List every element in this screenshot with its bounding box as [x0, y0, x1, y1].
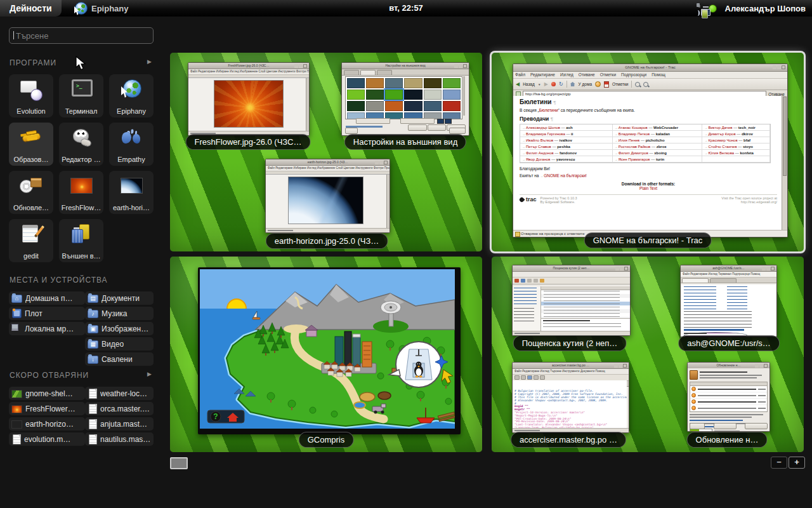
window-epiphany-trac[interactable]: GNOME на български! - Trac ФайлРедактира…: [513, 64, 788, 237]
workspace-3[interactable]: ? GCompris: [170, 257, 482, 452]
window-evolution-mail[interactable]: Пощенска кутия (2 неп…: [512, 265, 631, 336]
place-item[interactable]: Свалени: [85, 352, 154, 366]
window-buttons: [624, 267, 628, 271]
recent-item[interactable]: earth-horizo…: [9, 417, 85, 431]
window-appearance-prefs[interactable]: Настройки на външния вид: [341, 62, 469, 136]
workspace-4[interactable]: Пощенска кутия (2 неп…: [492, 257, 804, 452]
place-label: Видео: [102, 340, 124, 349]
appearance-icon: [69, 222, 94, 246]
color-swatch: [445, 119, 452, 124]
browser-menubar: ФайлРедактиранеИзгледОтиванеОтметкиПодпр…: [513, 72, 787, 79]
app-tile[interactable]: Empathy: [109, 123, 154, 166]
earth-image: [288, 177, 363, 224]
window-update-manager[interactable]: Обновление н…: [687, 362, 770, 432]
highlighted-line: [684, 329, 744, 331]
place-item[interactable]: Изображен…: [85, 322, 154, 335]
toolbar-separator: [566, 81, 567, 88]
app-grid: Evolution Терминал Epiphany Образов… Ред…: [9, 74, 154, 262]
place-label: Документи: [102, 294, 140, 303]
translator-nick: WebCrusader: [648, 126, 678, 130]
app-label: earth-hori…: [109, 204, 154, 211]
translator-cell: Петър Славовpeshka: [520, 144, 613, 150]
place-item[interactable]: Плот: [9, 307, 85, 320]
workspace-2-active[interactable]: GNOME на български! - Trac ФайлРедактира…: [492, 53, 804, 251]
app-tile[interactable]: Evolution: [9, 74, 53, 117]
back-icon: ◀: [516, 81, 520, 87]
app-label: Обновле…: [9, 204, 53, 211]
app-tile[interactable]: Редактор …: [59, 123, 103, 166]
programs-expander-icon[interactable]: ▶: [147, 58, 152, 65]
window-titlebar: GNOME на български! - Trac: [513, 64, 787, 72]
plain-text-link: Plain Text: [520, 186, 777, 190]
add-workspace-button[interactable]: +: [789, 457, 805, 469]
window-gimp-earthhorizon[interactable]: earth-horizon.jpg-25.0 (ЧЗ… Файл Редакти…: [265, 159, 390, 233]
place-item[interactable]: Локална мр…: [9, 322, 85, 335]
updates-icon: [18, 174, 44, 198]
style-dropdown: [356, 118, 390, 124]
evolution-toolbar: [513, 277, 630, 284]
recent-item[interactable]: gnome-shel…: [9, 387, 85, 400]
evolution-statusbar: [513, 331, 630, 335]
app-tile[interactable]: Образов…: [9, 123, 53, 166]
preview-pane: [543, 319, 628, 330]
app-tile[interactable]: Външен в…: [59, 219, 103, 262]
places-right-column: Документи Музика Изображен… Видео Свален…: [85, 291, 154, 368]
recent-item[interactable]: weather-loc…: [85, 387, 154, 400]
app-tile[interactable]: gedit: [9, 219, 53, 262]
window-label: Настройки на външния вид: [344, 134, 466, 150]
place-item[interactable]: Видео: [85, 337, 154, 351]
window-gimp-freshflower[interactable]: FreshFlower.jpg-26.0 (ЧЗС… Файл Редактир…: [188, 62, 310, 136]
thanks-text: Благодарим Ви!: [520, 166, 777, 171]
wallpaper-thumbnail: [424, 101, 442, 111]
translator-nick: tech_noir: [732, 126, 755, 130]
trac-footer: trac Powered by Trac 0.10.3By Edgewall S…: [520, 194, 777, 204]
translator-cell: Ростислав Райковzbrox: [613, 144, 703, 150]
app-label: Epiphany: [109, 107, 154, 115]
app-tile[interactable]: FreshFlow…: [59, 171, 103, 214]
translator-cell: Ивайло Вълковivalkov: [520, 137, 613, 144]
activities-button[interactable]: Дейности: [0, 0, 62, 17]
app-menu[interactable]: Epiphany: [75, 0, 129, 17]
window-titlebar: Пощенска кутия (2 неп…: [513, 265, 630, 272]
translator-name: Владимира Гиргинова: [522, 132, 565, 136]
window-terminal[interactable]: ash@GNOME:/usr/s… Файл Редактиране Изгле…: [680, 265, 777, 337]
app-tile[interactable]: earth-hori…: [109, 171, 154, 214]
update-row: [690, 405, 767, 411]
place-item[interactable]: Документи: [85, 291, 154, 305]
intro-paragraph: В секция „Бюлетини“ са периодичните съоб…: [520, 108, 777, 112]
place-item[interactable]: Музика: [85, 307, 154, 320]
window-titlebar: Настройки на външния вид: [342, 63, 469, 69]
wallpaper-thumbnail: [385, 90, 403, 100]
window-gedit-po[interactable]: accerciser.master.bg.po … Файл Редактира…: [512, 362, 629, 433]
window-gcompris[interactable]: ?: [198, 267, 461, 434]
wallpaper-thumbnail: [424, 78, 442, 88]
translator-name: Ясен Праматаров: [615, 157, 650, 161]
recent-item[interactable]: orca.master.…: [85, 402, 154, 415]
app-tile[interactable]: Терминал: [59, 74, 103, 117]
user-menu[interactable]: Александър Шопов: [725, 4, 806, 13]
recent-item[interactable]: anjuta.mast…: [85, 417, 154, 431]
team-text: Екипът на GNOME на български!: [520, 173, 777, 178]
window-label: GNOME на български! - Trac: [584, 232, 712, 248]
app-tile[interactable]: Epiphany: [109, 74, 154, 117]
workspace-1[interactable]: FreshFlower.jpg-26.0 (ЧЗС… Файл Редактир…: [170, 53, 482, 251]
translator-cell: Красимир Чоновbfaf: [702, 137, 769, 144]
window-buttons: [623, 364, 627, 368]
app-tile[interactable]: Обновле…: [9, 171, 53, 214]
gimp-menubar: Файл Редактиране Избиране Изглед Изображ…: [266, 166, 390, 171]
search-input[interactable]: [15, 29, 150, 43]
recent-item[interactable]: evolution.m…: [9, 432, 85, 446]
workspace-pager[interactable]: [170, 457, 188, 469]
place-item[interactable]: Домашна п…: [9, 291, 85, 305]
trac-logo: trac: [520, 196, 537, 204]
wallpaper-thumbnail: [385, 78, 403, 88]
ls-output-names: [684, 286, 716, 309]
wallpaper-thumbnail: [366, 78, 384, 88]
recent-item[interactable]: nautilus.mas…: [85, 432, 154, 446]
recent-item[interactable]: FreshFlower…: [9, 402, 85, 415]
desktop-icon: [12, 309, 22, 318]
remove-workspace-button[interactable]: −: [771, 457, 787, 469]
colors-dropdown: [400, 118, 435, 124]
translator-nick: konfeta: [734, 151, 754, 155]
recent-expander-icon[interactable]: ▶: [147, 371, 152, 377]
